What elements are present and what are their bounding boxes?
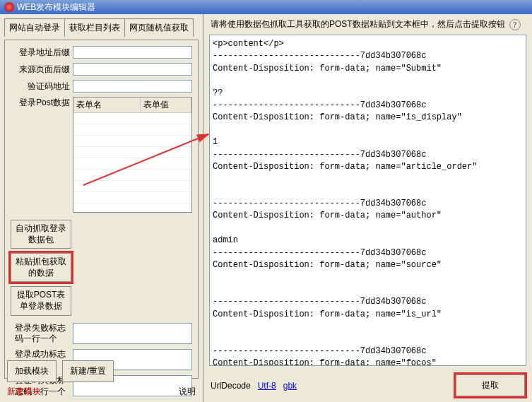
extract-button[interactable]: 提取: [456, 374, 525, 396]
load-module-button[interactable]: 加载模块: [7, 360, 57, 382]
new-reset-button[interactable]: 新建/重置: [62, 360, 114, 382]
label-referer-suffix: 来源页面后缀: [11, 64, 73, 76]
urldecode-label: UrlDecode: [211, 381, 251, 391]
table-row[interactable]: [73, 124, 191, 136]
table-row[interactable]: [73, 113, 191, 124]
tab-random-value[interactable]: 网页随机值获取: [124, 18, 194, 37]
grid-col-value: 表单值: [141, 97, 191, 112]
table-row[interactable]: [73, 192, 191, 203]
left-panel: 登录地址后缀 来源页面后缀 验证码地址 登录Post数据 表单名 表单值: [4, 40, 199, 379]
window-title: WEB发布模块编辑器: [17, 1, 95, 13]
input-captcha-url[interactable]: [73, 80, 192, 93]
tab-column-list[interactable]: 获取栏目列表: [64, 18, 125, 37]
left-tabs: 网站自动登录 获取栏目列表 网页随机值获取: [4, 18, 199, 37]
label-login-post: 登录Post数据: [11, 97, 73, 109]
window-titlebar: WEB发布模块编辑器: [0, 0, 532, 14]
label-fail-flag: 登录失败标志码一行一个: [11, 323, 73, 345]
table-row[interactable]: [73, 136, 191, 147]
auto-capture-button[interactable]: 自动抓取登录数据包: [11, 220, 71, 249]
gbk-link[interactable]: gbk: [283, 381, 297, 391]
post-data-grid[interactable]: 表单名 表单值: [73, 97, 192, 213]
table-row[interactable]: [73, 181, 191, 192]
input-login-url-suffix[interactable]: [73, 46, 192, 59]
table-row[interactable]: [73, 170, 191, 181]
table-row[interactable]: [73, 147, 191, 158]
label-captcha-url: 验证码地址: [11, 81, 73, 93]
status-new-module: 新建模块: [7, 386, 41, 398]
extract-post-button[interactable]: 提取POST表单登录数据: [11, 286, 71, 315]
help-icon[interactable]: ?: [509, 19, 521, 30]
grid-col-name: 表单名: [73, 97, 141, 112]
status-explain: 说明: [179, 386, 196, 398]
input-referer-suffix[interactable]: [73, 63, 192, 76]
app-icon: [4, 2, 14, 12]
table-row[interactable]: [73, 158, 191, 170]
label-login-url-suffix: 登录地址后缀: [11, 47, 73, 59]
instruction-text: 请将使用数据包抓取工具获取的POST数据粘贴到文本框中，然后点击提取按钮: [211, 18, 505, 30]
input-fail-flag[interactable]: [73, 323, 192, 344]
paste-capture-button[interactable]: 粘贴抓包获取的数据: [11, 253, 71, 282]
post-data-textarea[interactable]: <p>content</p> -------------------------…: [209, 35, 526, 366]
utf8-link[interactable]: Utf-8: [258, 381, 276, 391]
tab-auto-login[interactable]: 网站自动登录: [4, 18, 65, 37]
